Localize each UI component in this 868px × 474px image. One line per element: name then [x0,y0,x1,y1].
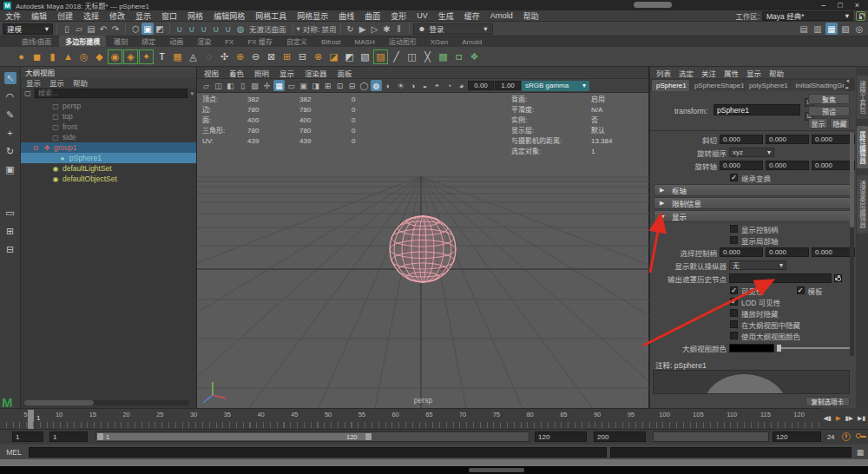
shelf-item-icon[interactable]: ◼ [30,49,44,64]
animation-start-field[interactable] [12,431,43,442]
sidebar-vertical-tab[interactable]: 建模工具包 [857,76,868,119]
close-button[interactable]: × [855,1,859,10]
menu-item[interactable]: 窗口 [156,10,182,22]
shear-x-field[interactable] [720,135,763,144]
menu-item[interactable]: 网格 [182,10,208,22]
shelf-tab[interactable]: 自定义 [280,36,313,47]
attribute-editor-scrollbar[interactable] [850,132,854,356]
attribute-editor-menu-item[interactable]: 列表 [656,68,671,78]
node-tab[interactable]: pSphereShape1 [690,80,744,91]
status-icon[interactable]: ▤ [85,23,97,35]
menu-item[interactable]: 网格显示 [292,10,333,22]
outliner-color-swatch[interactable] [729,344,774,352]
rotate-order-dropdown[interactable]: xyz▾ [729,148,774,157]
viewport-toolbar-icon[interactable]: ◕ [456,80,467,91]
gamma-field[interactable] [495,81,521,90]
status-icon[interactable]: ↷ [109,23,122,35]
shelf-tab[interactable]: 渲染 [191,36,217,47]
shelf-tab[interactable]: 运动图形 [383,36,423,47]
render-icon[interactable]: ▶ [357,23,369,35]
copy-tab-button[interactable]: 复制选项卡 [806,397,851,406]
menu-item[interactable]: 缓存 [459,10,485,22]
shelf-tab[interactable]: 动画 [163,36,189,47]
layout-shortcut-icon[interactable]: ⊟ [4,243,16,255]
map-connection-icon[interactable] [834,274,842,282]
snap-icon[interactable]: ∪ [186,23,198,35]
node-tab[interactable]: initialShadingGroup [791,80,845,91]
lod-visibility-checkbox[interactable] [730,298,738,306]
shelf-item-icon[interactable]: ◪ [326,49,341,64]
hide-in-outliner-row[interactable]: 在大纲视图中隐藏 [650,319,855,330]
attribute-editor-menu-item[interactable]: 帮助 [769,68,784,78]
local-axis-row[interactable]: 显示局部轴 [650,234,855,246]
viewport-toolbar-icon[interactable]: ✢ [261,80,273,91]
menu-set-dropdown[interactable]: 建模 ▾ [3,23,53,35]
shelf-item-icon[interactable]: ◎ [76,49,91,64]
animation-end-field[interactable] [594,431,646,442]
shelf-item-icon[interactable]: ◉ [108,49,122,64]
menu-item[interactable]: 变形 [385,10,411,22]
inherit-transform-checkbox[interactable] [730,174,738,181]
selection-handle-z-field[interactable] [812,247,855,257]
inherit-transform-row[interactable]: 继承变换 [650,172,855,183]
exposure-field[interactable] [468,81,494,90]
viewport-toolbar-icon[interactable]: ◑ [407,80,418,91]
shelf-item-icon[interactable]: ▦ [170,49,185,64]
command-input[interactable] [29,447,607,458]
menu-item[interactable]: 修改 [104,10,130,22]
shear-y-field[interactable] [766,135,809,144]
outliner-menu-item[interactable]: 显示 [26,77,41,88]
menu-item[interactable]: 帮助 [518,10,544,22]
viewport-toolbar-icon[interactable]: ◍ [371,80,382,91]
secondary-range-slider[interactable] [653,431,769,442]
focus-button[interactable]: 聚焦 [808,94,850,104]
sidebar-vertical-tab[interactable]: 通道盒/层编辑器 [857,175,868,234]
display-section-bar[interactable]: ▼ 显示 [654,210,852,222]
render-icon[interactable]: ✱ [381,23,393,35]
sidebar-toggle-icon[interactable]: ▧ [839,23,852,35]
viewport-toolbar-icon[interactable]: ◔ [444,80,455,91]
viewport-toolbar-icon[interactable]: ⊟ [346,80,358,91]
shelf-item-icon[interactable]: ╱ [389,49,404,64]
presets-button[interactable]: 预设 [808,106,850,116]
colorspace-dropdown[interactable]: sRGB gamma▾ [522,81,589,91]
viewport-toolbar-icon[interactable]: ▱ [201,80,212,91]
shelf-item-icon[interactable]: ⊕ [233,49,247,64]
sidebar-toggle-icon[interactable]: ◎ [853,23,865,35]
attribute-editor-menu-item[interactable]: 属性 [724,68,739,78]
use-outliner-color-checkbox[interactable] [730,332,738,339]
menu-item[interactable]: 生成 [433,10,459,22]
menu-item[interactable]: 创建 [52,10,78,22]
menu-item[interactable]: 网格工具 [250,10,292,22]
viewport-menu-item[interactable]: 显示 [279,68,294,78]
viewport-toolbar-icon[interactable]: ◫ [213,80,224,91]
tool-icon[interactable]: + [4,127,16,139]
template-checkbox[interactable] [797,286,805,294]
menu-item[interactable]: 曲面 [359,10,385,22]
hide-button[interactable]: 隐藏 [830,118,850,128]
outliner-search-input[interactable] [35,89,187,98]
outliner-item[interactable]: ▢ persp [21,101,196,111]
viewport-toolbar-icon[interactable]: ◯ [358,80,370,91]
menu-item[interactable]: 显示 [130,10,156,22]
viewport-toolbar-icon[interactable]: ◓ [431,80,443,91]
sidebar-vertical-tab[interactable]: 属性编辑器 [857,126,868,169]
rotate-axis-z-field[interactable] [812,161,855,170]
shelf-tab[interactable]: Arnold [456,37,488,47]
viewport-panel[interactable]: 视图着色照明显示渲染器面板 ▱◫◧▯▨✢▦▭▣◨⊞⊡⊟◯◍◐☀◑◒◓◔◕ sRG… [197,67,649,408]
hide-in-outliner-checkbox[interactable] [730,320,738,328]
workspace-lock-icon[interactable] [856,11,865,21]
selection-mask-icon[interactable]: ⬡ [129,23,141,35]
selection-handle-y-field[interactable] [766,247,809,257]
local-axis-checkbox[interactable] [730,236,738,244]
show-manip-dropdown[interactable]: 无▾ [729,260,786,270]
shelf-item-icon[interactable]: ╳ [420,49,435,64]
playback-button[interactable]: ◀▮ [824,415,832,422]
outliner-horizontal-scrollbar[interactable] [24,400,189,405]
secondary-end-field[interactable] [773,431,821,442]
shelf-item-icon[interactable]: ⊟ [295,49,310,64]
shelf-item-icon[interactable]: ⊗ [311,49,326,64]
shelf-item-icon[interactable]: ⊞ [279,49,294,64]
shelf-item-icon[interactable]: ❖ [467,49,482,64]
layout-shortcut-icon[interactable]: ⊞ [4,225,16,237]
